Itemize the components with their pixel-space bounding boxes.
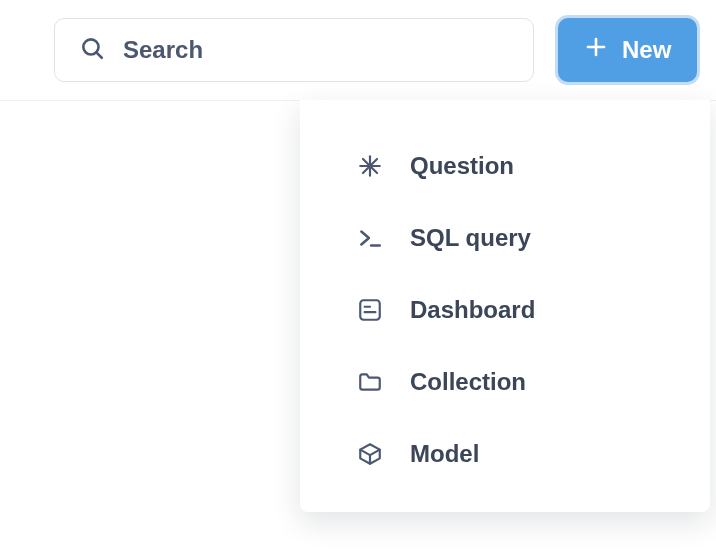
menu-item-label: Model bbox=[410, 440, 479, 468]
new-button[interactable]: New bbox=[558, 18, 697, 82]
search-icon bbox=[79, 35, 105, 65]
model-icon bbox=[356, 440, 384, 468]
new-dropdown-menu: Question SQL query Dashboard Collection bbox=[300, 100, 710, 512]
sql-icon bbox=[356, 224, 384, 252]
search-field[interactable] bbox=[54, 18, 534, 82]
menu-item-collection[interactable]: Collection bbox=[300, 346, 710, 418]
app-header: New bbox=[0, 0, 716, 101]
menu-item-label: Collection bbox=[410, 368, 526, 396]
new-button-label: New bbox=[622, 36, 671, 64]
star-icon bbox=[356, 152, 384, 180]
menu-item-sql-query[interactable]: SQL query bbox=[300, 202, 710, 274]
plus-icon bbox=[584, 35, 608, 65]
menu-item-dashboard[interactable]: Dashboard bbox=[300, 274, 710, 346]
menu-item-label: Question bbox=[410, 152, 514, 180]
search-input[interactable] bbox=[123, 36, 509, 64]
svg-line-1 bbox=[97, 53, 102, 58]
svg-rect-9 bbox=[360, 300, 380, 320]
menu-item-question[interactable]: Question bbox=[300, 130, 710, 202]
menu-item-label: SQL query bbox=[410, 224, 531, 252]
menu-item-label: Dashboard bbox=[410, 296, 535, 324]
folder-icon bbox=[356, 368, 384, 396]
menu-item-model[interactable]: Model bbox=[300, 418, 710, 490]
dashboard-icon bbox=[356, 296, 384, 324]
search-container bbox=[54, 18, 534, 82]
